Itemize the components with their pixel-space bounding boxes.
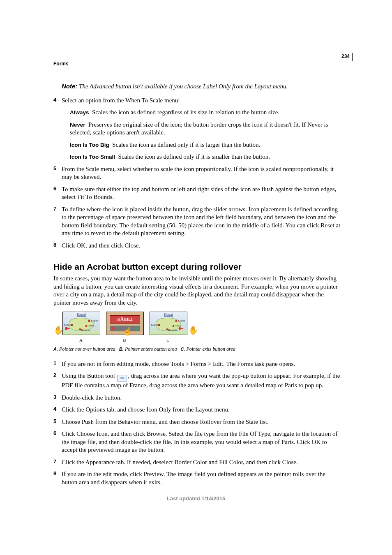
opt-never-label: Never — [70, 122, 85, 128]
h-step-6: 6 Click Choose Icon, and then click Brow… — [53, 430, 341, 454]
section-intro: In some cases, you may want the button a… — [53, 275, 341, 307]
fig-cap-c: C — [150, 337, 187, 343]
arrow-right-green-icon — [134, 326, 138, 331]
opt-never-text: Preserves the original size of the icon;… — [70, 121, 328, 136]
fig-a-kekaha: Kekaha — [64, 323, 72, 327]
h8-text: If you are in the edit mode, click Previ… — [62, 471, 325, 486]
step6-text: To make sure that either the top and bot… — [62, 186, 336, 201]
h7-text: Click the Appearance tab. If needed, des… — [62, 459, 298, 465]
step7-text: To define where the icon is placed insid… — [62, 206, 340, 237]
opt-never: Never Preserves the original size of the… — [70, 121, 341, 137]
cap-a-label: A. — [53, 347, 58, 352]
section-heading: Hide an Acrobat button except during rol… — [53, 261, 341, 272]
h1-text: If you are not in form editing mode, cho… — [62, 361, 295, 367]
fig-c-kekaha: Kekaha — [151, 323, 159, 327]
h3-text: Double-click the button. — [62, 394, 122, 401]
fig-c-kapaa: Kapaa — [178, 319, 185, 323]
cap-b-label: B. — [119, 347, 124, 352]
h-step-2: 2 Using the Button tool OK, drag across … — [53, 372, 341, 390]
grab-cursor-icon: ✋ — [188, 325, 198, 335]
opt-too-big: Icon Is Too Big Scales the icon as defin… — [70, 141, 341, 149]
h-step-3: 3 Double-click the button. — [53, 394, 341, 402]
step-6: 6 To make sure that either the top and b… — [53, 185, 341, 201]
button-tool-icon: OK — [117, 375, 127, 382]
fig-a-title: Kauai — [63, 312, 100, 317]
opt-too-small-label: Icon Is Too Small — [70, 154, 115, 160]
opt-too-big-text: Scales the icon as defined only if it is… — [112, 141, 260, 148]
step6-num: 6 — [53, 185, 56, 192]
h3-num: 3 — [53, 394, 56, 401]
h5-text: Choose Push from the Behavior menu, and … — [62, 419, 269, 425]
grab-cursor-icon: ✋ — [53, 325, 64, 335]
h8-num: 8 — [53, 470, 56, 477]
footer-updated: Last updated 1/14/2015 — [0, 495, 392, 502]
hide-steps: 1 If you are not in form editing mode, c… — [53, 360, 341, 487]
map-dot-icon — [85, 325, 87, 327]
arrow-right-icon — [179, 327, 184, 330]
fig-c-kalaheo: Kalaheo — [168, 328, 178, 332]
h-step-5: 5 Choose Push from the Behavior menu, an… — [53, 418, 341, 426]
opt-too-big-label: Icon Is Too Big — [70, 142, 109, 148]
breadcrumb: Forms — [53, 61, 69, 67]
h2-pre: Using the Button tool — [62, 372, 116, 379]
rollover-figure: Kauai Kapaa Kekaha Lihue Kalaheo ✋ A KĀH… — [53, 312, 341, 345]
opt-always: Always Scales the icon as defined regard… — [70, 109, 341, 117]
h-step-1: 1 If you are not in form editing mode, c… — [53, 360, 341, 368]
header-rule — [352, 53, 353, 61]
step7-num: 7 — [53, 206, 56, 213]
fig-b-banner: KĀHILI — [110, 315, 140, 324]
h6-text: Click Choose Icon, and then click Browse… — [62, 430, 337, 453]
step4-text: Select an option from the When To Scale … — [62, 97, 180, 104]
fig-thumb-a: Kauai Kapaa Kekaha Lihue Kalaheo — [62, 312, 100, 335]
step4-num: 4 — [53, 97, 56, 104]
h4-text: Click the Options tab, and choose Icon O… — [62, 406, 230, 413]
point-cursor-icon: ☝️ — [122, 326, 133, 336]
map-dot-icon — [88, 320, 90, 322]
map-dot-icon — [173, 325, 174, 327]
arrow-right-icon — [65, 327, 70, 330]
fig-cap-a: A — [62, 337, 99, 343]
h1-num: 1 — [53, 360, 56, 367]
content-body: Note: The Advanced button isn't availabl… — [53, 82, 341, 490]
arrow-left-icon — [112, 326, 115, 331]
scale-steps: 4 Select an option from the When To Scal… — [53, 97, 341, 250]
fig-thumb-c: Kauai Kapaa Kekaha Lihue Kalaheo — [150, 312, 187, 335]
page-number: 234 — [341, 53, 350, 59]
fig-cap-b: B — [106, 337, 143, 343]
step-7: 7 To define where the icon is placed ins… — [53, 206, 341, 238]
opt-always-text: Scales the icon as defined regardless of… — [92, 109, 279, 116]
step-4: 4 Select an option from the When To Scal… — [53, 97, 341, 161]
step8-num: 8 — [53, 242, 56, 249]
opt-too-small: Icon Is Too Small Scales the icon as def… — [70, 153, 341, 161]
step5-text: From the Scale menu, select whether to s… — [62, 166, 334, 180]
cap-c-text: Pointer exits button area — [186, 346, 235, 352]
opt-too-small-text: Scales the icon as defined only if it is… — [118, 153, 270, 160]
h7-num: 7 — [53, 458, 56, 465]
note-label: Note: — [62, 83, 77, 90]
fig-a-lihue: Lihue — [88, 324, 94, 328]
note-text: The Advanced button isn't available if y… — [77, 83, 288, 90]
step8-text: Click OK, and then click Close. — [62, 242, 140, 249]
h-step-4: 4 Click the Options tab, and choose Icon… — [53, 406, 341, 414]
cap-b-text: Pointer enters button area — [125, 346, 177, 352]
cap-a-text: Pointer not over button area — [59, 346, 115, 352]
fig-c-title: Kauai — [150, 312, 187, 317]
opt-always-label: Always — [70, 109, 89, 116]
map-dot-icon — [175, 320, 177, 322]
h6-num: 6 — [53, 430, 56, 437]
step-5: 5 From the Scale menu, select whether to… — [53, 165, 341, 181]
step5-num: 5 — [53, 165, 56, 172]
h-step-7: 7 Click the Appearance tab. If needed, d… — [53, 458, 341, 467]
h2-num: 2 — [53, 372, 56, 379]
h4-num: 4 — [53, 406, 56, 413]
step-8: 8 Click OK, and then click Close. — [53, 242, 341, 250]
fig-a-kapaa: Kapaa — [91, 319, 98, 323]
h5-num: 5 — [53, 418, 56, 425]
h-step-8: 8 If you are in the edit mode, click Pre… — [53, 470, 341, 486]
note: Note: The Advanced button isn't availabl… — [62, 82, 341, 91]
fig-a-kalaheo: Kalaheo — [81, 328, 90, 332]
figure-caption: A. Pointer not over button area B. Point… — [53, 346, 341, 353]
cap-c-label: C. — [180, 347, 185, 352]
